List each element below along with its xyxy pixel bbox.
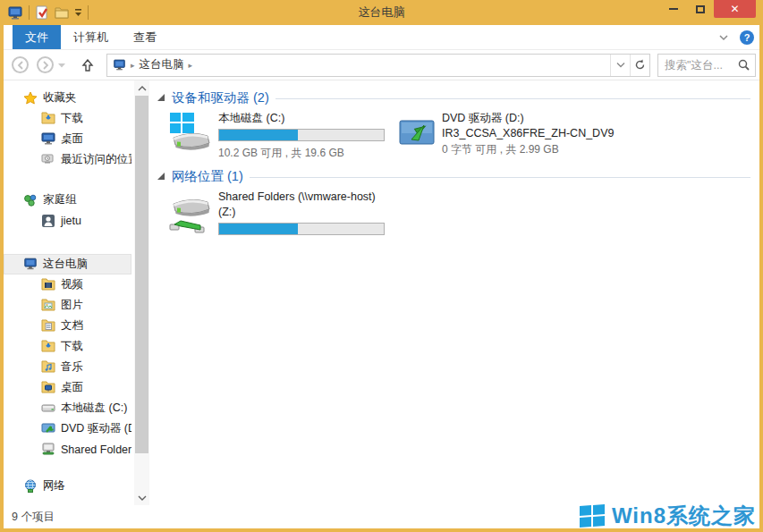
dvd-drive-icon <box>41 422 55 436</box>
collapse-triangle-icon <box>157 94 165 102</box>
disk-usage-bar <box>218 129 385 141</box>
breadcrumb-arrow-icon: ▸ <box>131 61 135 70</box>
sidebar-item-desktop-pc[interactable]: 桌面 <box>4 377 131 398</box>
drive-tile-dvd-d[interactable]: DVD 驱动器 (D:) IR3_CCSA_X86FRE_ZH-CN_DV9 0… <box>399 111 639 157</box>
sidebar-item-network[interactable]: 网络 <box>4 476 131 496</box>
sidebar-item-label: 本地磁盘 (C:) <box>61 401 127 416</box>
drive-name: Shared Folders (\\vmware-host) <box>218 190 390 205</box>
window-title: 这台电脑 <box>0 4 763 21</box>
new-folder-icon[interactable] <box>55 6 69 19</box>
items-count: 9 个项目 <box>12 510 55 525</box>
sidebar-item-label: 最近访问的位置 <box>61 152 131 167</box>
dvd-drive-icon <box>399 118 435 157</box>
search-icon[interactable] <box>738 59 755 71</box>
drive-detail: 10.2 GB 可用 , 共 19.6 GB <box>218 146 390 161</box>
disk-usage-bar <box>218 223 385 235</box>
homegroup-icon <box>23 193 38 207</box>
tab-view[interactable]: 查看 <box>121 25 169 49</box>
sidebar-item-label: 网络 <box>43 478 65 494</box>
sidebar-item-label: 家庭组 <box>43 192 77 207</box>
ribbon-collapse-icon[interactable] <box>718 34 729 41</box>
qat-divider <box>29 5 30 20</box>
sidebar-item-recent-places[interactable]: 最近访问的位置 <box>4 149 131 170</box>
sidebar-item-local-disk-c[interactable]: 本地磁盘 (C:) <box>4 398 131 418</box>
desktop-folder-icon <box>41 381 55 395</box>
download-folder-icon <box>41 112 55 126</box>
breadcrumb-item-this-pc[interactable]: 这台电脑 <box>140 57 184 72</box>
scroll-up-icon[interactable] <box>134 80 149 96</box>
watermark-text: Win8系统之家 <box>612 502 756 530</box>
collapse-triangle-icon <box>157 173 165 181</box>
sidebar-item-favorites[interactable]: 收藏夹 <box>4 88 131 108</box>
sidebar-item-dvd-drive-d[interactable]: DVD 驱动器 (D:) <box>4 418 131 439</box>
sidebar-item-label: DVD 驱动器 (D:) <box>61 421 131 436</box>
music-folder-icon <box>41 360 55 375</box>
section-network-header[interactable]: 网络位置 (1) <box>157 168 750 185</box>
sidebar-item-videos[interactable]: 视频 <box>4 274 131 295</box>
sidebar-item-shared-folders[interactable]: Shared Folders <box>4 439 131 460</box>
hard-drive-icon <box>41 401 55 416</box>
sidebar-item-label: 这台电脑 <box>43 257 88 272</box>
address-bar[interactable]: ▸ 这台电脑 ▸ <box>106 54 650 77</box>
disk-usage-fill <box>219 224 298 234</box>
explorer-window: 这台电脑 ✕ 文件 计算机 查看 ? <box>0 0 763 532</box>
breadcrumb-arrow-icon[interactable]: ▸ <box>189 61 193 70</box>
sidebar-item-this-pc[interactable]: 这台电脑 <box>4 254 131 274</box>
videos-folder-icon <box>41 278 55 292</box>
watermark: Win8系统之家 <box>580 502 756 530</box>
explorer-body: 收藏夹 下载 桌面 最近访问的位置 家庭组 jietu <box>4 80 759 505</box>
sidebar-item-label: jietu <box>61 215 81 227</box>
sidebar-item-homegroup[interactable]: 家庭组 <box>4 190 131 210</box>
address-dropdown-icon[interactable] <box>610 55 630 76</box>
sidebar-item-downloads-pc[interactable]: 下载 <box>4 336 131 357</box>
drive-tile-local-disk-c[interactable]: 本地磁盘 (C:) 10.2 GB 可用 , 共 19.6 GB <box>168 111 390 161</box>
properties-icon[interactable] <box>35 5 49 20</box>
drive-tile-shared-z[interactable]: Shared Folders (\\vmware-host) (Z:) <box>168 190 390 236</box>
search-input[interactable] <box>658 59 738 72</box>
recent-locations-icon[interactable] <box>58 63 65 68</box>
refresh-icon[interactable] <box>630 55 649 76</box>
sidebar-item-label: 下载 <box>61 339 83 354</box>
star-icon <box>23 91 38 106</box>
back-button[interactable] <box>12 56 29 73</box>
sidebar-item-music[interactable]: 音乐 <box>4 357 131 377</box>
content-pane: 设备和驱动器 (2) <box>152 80 759 505</box>
sidebar-item-documents[interactable]: 文档 <box>4 316 131 336</box>
network-drive-icon <box>168 195 211 236</box>
forward-button[interactable] <box>37 56 54 73</box>
sidebar-item-pictures[interactable]: 图片 <box>4 295 131 316</box>
sidebar-item-jietu[interactable]: jietu <box>4 210 131 231</box>
sidebar-item-label: 图片 <box>61 298 83 313</box>
scroll-down-icon[interactable] <box>134 490 149 505</box>
this-pc-icon <box>23 258 38 272</box>
sidebar-scrollbar[interactable] <box>134 80 149 505</box>
navigation-pane: 收藏夹 下载 桌面 最近访问的位置 家庭组 jietu <box>4 80 131 505</box>
sidebar-item-downloads[interactable]: 下载 <box>4 108 131 129</box>
pictures-folder-icon <box>41 299 55 313</box>
sidebar-item-desktop[interactable]: 桌面 <box>4 129 131 149</box>
maximize-button[interactable] <box>687 0 714 18</box>
documents-folder-icon <box>41 319 55 334</box>
section-title: 设备和驱动器 (2) <box>172 89 269 106</box>
qat-divider <box>88 5 89 20</box>
download-folder-icon <box>41 340 55 354</box>
window-controls: ✕ <box>660 0 763 18</box>
close-button[interactable]: ✕ <box>714 0 756 18</box>
help-icon[interactable]: ? <box>740 30 754 45</box>
ribbon-tab-row: 文件 计算机 查看 ? <box>4 25 759 50</box>
minimize-button[interactable] <box>660 0 687 18</box>
up-button[interactable] <box>81 59 94 72</box>
section-title: 网络位置 (1) <box>172 168 243 185</box>
sidebar-item-label: 下载 <box>61 111 83 126</box>
disk-usage-fill <box>219 130 298 140</box>
section-devices-header[interactable]: 设备和驱动器 (2) <box>157 89 750 106</box>
drive-letter: (Z:) <box>218 205 390 220</box>
qat-customize-icon[interactable] <box>74 9 82 16</box>
tab-computer[interactable]: 计算机 <box>61 25 121 49</box>
navigation-toolbar: ▸ 这台电脑 ▸ <box>4 50 759 80</box>
drive-name: DVD 驱动器 (D:) <box>442 111 639 126</box>
title-bar: 这台电脑 ✕ <box>0 0 763 25</box>
windows-logo-icon <box>580 504 605 528</box>
scrollbar-thumb[interactable] <box>135 96 148 453</box>
tab-file[interactable]: 文件 <box>13 25 61 49</box>
